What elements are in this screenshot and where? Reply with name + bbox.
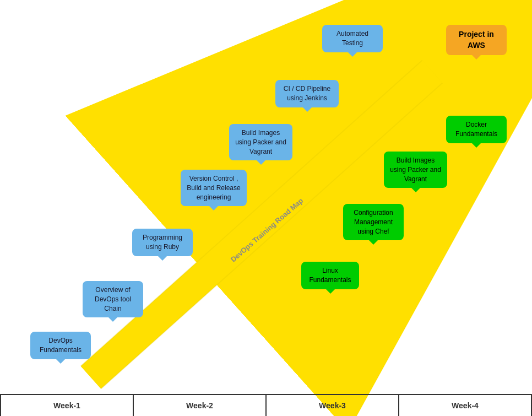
bubble-overview-devops: Overview of DevOps tool Chain (83, 281, 143, 317)
bubble-automated-testing: Automated Testing (322, 25, 383, 52)
bubble-build-images-1: Build Images using Packer and Vagrant (229, 124, 292, 160)
week-2: Week-2 (134, 395, 267, 416)
bubble-ci-cd: CI / CD Pipeline using Jenkins (275, 80, 339, 107)
bubble-version-control: Version Control , Build and Release engi… (181, 170, 247, 206)
bubble-devops-fundamentals: DevOps Fundamentals (30, 332, 91, 359)
week-3: Week-3 (267, 395, 399, 416)
bubble-config-management: Configuration Management using Chef (343, 204, 404, 240)
bubble-linux: Linux Fundamentals (301, 262, 359, 289)
bubble-project-aws: Project in AWS (446, 25, 507, 55)
week-4: Week-4 (399, 395, 532, 416)
bubble-programming-ruby: Programming using Ruby (132, 229, 193, 256)
timeline: Week-1 Week-2 Week-3 Week-4 (0, 394, 532, 416)
arrow-label: DevOps Training Road Map (229, 196, 305, 263)
week-1: Week-1 (0, 395, 134, 416)
bubble-build-images-2: Build Images using Packer and Vagrant (384, 152, 447, 188)
bubble-docker: Docker Fundamentals (446, 116, 507, 143)
roadmap-container: DevOps Training Road Map DevOps Fundamen… (0, 0, 532, 416)
